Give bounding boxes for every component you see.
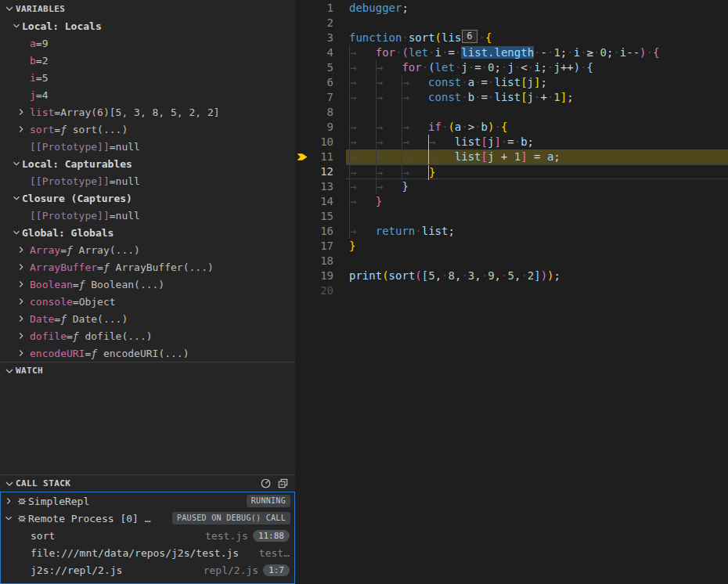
variable-row[interactable]: Boolean = ƒ Boolean(...): [0, 276, 295, 293]
callstack-frame-row[interactable]: j2s://repl/2.jsrepl/2.js1:7: [1, 561, 294, 579]
breakpoint-gutter[interactable]: [295, 60, 309, 75]
line-number[interactable]: 6: [309, 75, 333, 90]
line-number[interactable]: 12: [309, 164, 333, 179]
variable-row[interactable]: encodeURI = ƒ encodeURI(...): [0, 344, 295, 362]
line-number[interactable]: 9: [309, 120, 333, 135]
callstack-session-row[interactable]: SimpleReplRUNNING: [1, 492, 294, 510]
chevron-right-icon[interactable]: [16, 330, 30, 341]
breakpoint-gutter[interactable]: [295, 194, 309, 209]
code-line[interactable]: }: [346, 239, 728, 254]
line-number[interactable]: 3: [309, 31, 333, 45]
code-line[interactable]: →return·list;: [346, 224, 728, 239]
breakpoint-gutter[interactable]: [295, 209, 309, 224]
breakpoint-gutter[interactable]: [295, 150, 309, 164]
code-line[interactable]: →→→if·(a·>·b)·{: [346, 120, 728, 135]
breakpoint-gutter[interactable]: [295, 224, 309, 239]
line-number[interactable]: 13: [309, 179, 333, 194]
breakpoint-gutter[interactable]: [295, 120, 309, 135]
variable-row[interactable]: list = Array(6)[5, 3, 8, 5, 2, 2]: [0, 103, 295, 121]
watch-panel-header[interactable]: WATCH: [0, 362, 295, 379]
line-number[interactable]: 20: [309, 283, 333, 298]
code-line[interactable]: →→→→list[j]·=·b;: [346, 135, 728, 150]
breakpoint-gutter[interactable]: [295, 135, 309, 150]
variable-row[interactable]: [[Prototype]] = null: [0, 172, 295, 189]
code-line[interactable]: function·sort(lis6·{: [346, 31, 728, 45]
session-history-icon[interactable]: [259, 478, 272, 490]
breakpoint-gutter[interactable]: [295, 105, 309, 120]
variables-scope-header[interactable]: Global: Globals: [0, 224, 295, 241]
line-number[interactable]: 14: [309, 194, 333, 209]
breakpoint-gutter[interactable]: [295, 269, 309, 283]
chevron-down-icon[interactable]: [2, 513, 15, 524]
chevron-right-icon[interactable]: [16, 261, 30, 272]
variables-panel-header[interactable]: VARIABLES: [0, 0, 295, 17]
variables-scope-header[interactable]: Local: Capturables: [0, 155, 295, 172]
breakpoint-gutter[interactable]: [295, 31, 309, 45]
line-number[interactable]: 19: [309, 269, 333, 283]
variable-row[interactable]: dofile = ƒ dofile(...): [0, 327, 295, 344]
code-line[interactable]: [346, 105, 728, 120]
code-line[interactable]: →→→}: [346, 164, 728, 179]
variable-row[interactable]: j = 4: [0, 86, 295, 103]
breakpoint-gutter[interactable]: [295, 16, 309, 31]
breakpoint-gutter[interactable]: [295, 75, 309, 90]
variable-row[interactable]: Date = ƒ Date(...): [0, 310, 295, 327]
line-number[interactable]: 8: [309, 105, 333, 120]
breakpoint-gutter[interactable]: [295, 1, 309, 16]
code-line[interactable]: →→}: [346, 179, 728, 194]
breakpoint-gutter[interactable]: [295, 239, 309, 254]
code-line[interactable]: →for·(let·i·=·list.length·-·1;·i·≥·0;·i-…: [346, 45, 728, 60]
line-number[interactable]: 11: [309, 150, 333, 164]
line-number[interactable]: 15: [309, 209, 333, 224]
line-number[interactable]: 4: [309, 45, 333, 60]
code-line[interactable]: →→→→list[j·+·1]·=·a;: [346, 150, 728, 164]
variable-row[interactable]: console = Object: [0, 293, 295, 310]
code-line[interactable]: debugger;: [346, 1, 728, 16]
line-number[interactable]: 2: [309, 16, 333, 31]
breakpoint-gutter[interactable]: [295, 90, 309, 105]
line-number[interactable]: 18: [309, 254, 333, 269]
chevron-right-icon[interactable]: [16, 348, 30, 359]
line-number[interactable]: 16: [309, 224, 333, 239]
variables-scope-header[interactable]: Closure (Captures): [0, 189, 295, 207]
line-number[interactable]: 10: [309, 135, 333, 150]
callstack-panel-header[interactable]: CALL STACK: [0, 474, 295, 492]
variable-row[interactable]: Array = ƒ Array(...): [0, 241, 295, 258]
chevron-right-icon[interactable]: [16, 296, 30, 307]
chevron-right-icon[interactable]: [16, 313, 30, 324]
code-line[interactable]: [346, 209, 728, 224]
breakpoint-gutter[interactable]: [295, 164, 309, 179]
variable-row[interactable]: i = 5: [0, 69, 295, 86]
code-line[interactable]: →→→const·a·=·list[j];: [346, 75, 728, 90]
chevron-right-icon[interactable]: [16, 106, 30, 117]
code-line[interactable]: →→for·(let·j·=·0;·j·<·i;·j++)·{: [346, 60, 728, 75]
variable-row[interactable]: ArrayBuffer = ƒ ArrayBuffer(...): [0, 258, 295, 276]
line-number[interactable]: 1: [309, 1, 333, 16]
code-line[interactable]: [346, 16, 728, 31]
callstack-frame-row[interactable]: file:///mnt/data/repos/j2s/test.jstest…: [1, 544, 294, 561]
breakpoint-gutter[interactable]: [295, 283, 309, 298]
breakpoint-gutter[interactable]: [295, 45, 309, 60]
variables-scope-header[interactable]: Local: Locals: [0, 17, 295, 34]
variable-row[interactable]: [[Prototype]] = null: [0, 207, 295, 224]
chevron-right-icon[interactable]: [16, 279, 30, 290]
variable-row[interactable]: b = 2: [0, 52, 295, 69]
collapse-all-icon[interactable]: [276, 478, 289, 490]
code-line[interactable]: [346, 283, 728, 298]
breakpoint-gutter[interactable]: [295, 179, 309, 194]
variable-row[interactable]: [[Prototype]] = null: [0, 138, 295, 155]
code-line[interactable]: print(sort([5,·8,·3,·9,·5,·2]));: [346, 269, 728, 283]
chevron-right-icon[interactable]: [16, 124, 30, 135]
chevron-right-icon[interactable]: [16, 244, 30, 255]
line-number[interactable]: 17: [309, 239, 333, 254]
code-line[interactable]: →→→const·b·=·list[j·+·1];: [346, 90, 728, 105]
breakpoint-gutter[interactable]: [295, 254, 309, 269]
line-number[interactable]: 7: [309, 90, 333, 105]
chevron-right-icon[interactable]: [2, 496, 15, 506]
code-line[interactable]: [346, 254, 728, 269]
callstack-frame-row[interactable]: sorttest.js11:88: [1, 527, 294, 544]
variable-row[interactable]: a = 9: [0, 34, 295, 52]
code-editor[interactable]: 1debugger;23function·sort(lis6·{4→for·(l…: [295, 0, 728, 584]
code-line[interactable]: →}: [346, 194, 728, 209]
line-number[interactable]: 5: [309, 60, 333, 75]
